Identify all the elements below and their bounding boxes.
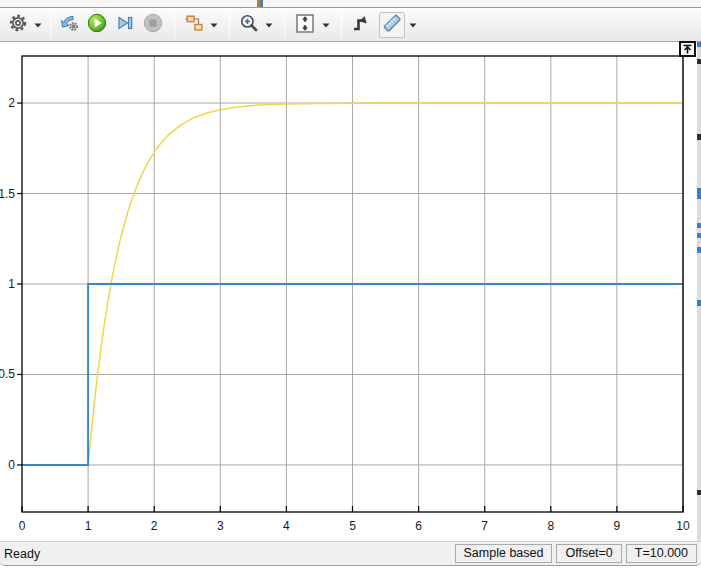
status-ready-text: Ready [0, 547, 455, 561]
toolbar-separator [341, 12, 342, 38]
chevron-down-icon [210, 23, 218, 28]
status-cell-sample-based: Sample based [455, 544, 553, 563]
trigger-button[interactable] [348, 12, 374, 38]
dock-arrow-up-icon [682, 44, 693, 55]
status-cell-offset: Offset=0 [556, 544, 621, 563]
signal-blocks-icon [184, 13, 205, 37]
settings-dropdown[interactable] [32, 12, 44, 38]
chevron-down-icon [322, 23, 330, 28]
chevron-down-icon [265, 23, 273, 28]
svg-text:2: 2 [8, 96, 15, 110]
svg-text:4: 4 [283, 519, 290, 533]
trigger-wave-icon [350, 13, 372, 37]
step-forward-icon [115, 13, 135, 37]
svg-text:0: 0 [19, 519, 26, 533]
svg-text:6: 6 [415, 519, 422, 533]
svg-text:9: 9 [614, 519, 621, 533]
stop-button[interactable] [141, 12, 165, 38]
run-play-icon [87, 13, 107, 37]
toolbar-separator [284, 12, 285, 38]
run-button[interactable] [85, 12, 109, 38]
gear-icon [8, 13, 28, 37]
svg-text:1.5: 1.5 [0, 187, 15, 201]
settings-button[interactable] [6, 12, 30, 38]
step-forward-button[interactable] [113, 12, 137, 38]
svg-text:8: 8 [547, 519, 554, 533]
dock-button[interactable] [679, 41, 696, 57]
svg-text:1: 1 [85, 519, 92, 533]
highlight-block-button[interactable] [57, 12, 81, 38]
zoom-dropdown[interactable] [263, 12, 275, 38]
svg-text:5: 5 [349, 519, 356, 533]
toolbar-separator [50, 12, 51, 38]
window-behind-right-sliver [697, 42, 701, 541]
svg-text:3: 3 [217, 519, 224, 533]
svg-text:0: 0 [8, 458, 15, 472]
scope-toolbar [0, 9, 701, 42]
ruler-icon [381, 13, 403, 37]
chevron-down-icon [34, 23, 42, 28]
fit-to-view-dropdown[interactable] [320, 12, 332, 38]
toolbar-separator [174, 12, 175, 38]
measurements-button[interactable] [379, 12, 405, 38]
scope-window: 01234567891000.511.52 Ready Sample based… [0, 0, 701, 571]
chevron-down-icon [409, 23, 417, 28]
svg-text:1: 1 [8, 277, 15, 291]
measurements-dropdown[interactable] [407, 12, 419, 38]
zoom-in-magnifier-icon [239, 13, 259, 37]
highlight-block-icon [59, 13, 80, 37]
toolbar-separator [229, 12, 230, 38]
status-cell-time: T=10.000 [626, 544, 697, 563]
zoom-button[interactable] [237, 12, 261, 38]
signal-selector-dropdown[interactable] [208, 12, 220, 38]
svg-text:2: 2 [151, 519, 158, 533]
fit-to-view-icon [294, 13, 316, 38]
fit-to-view-button[interactable] [292, 12, 318, 38]
svg-text:7: 7 [481, 519, 488, 533]
status-bar: Ready Sample based Offset=0 T=10.000 [0, 541, 701, 566]
scope-plot[interactable]: 01234567891000.511.52 [0, 0, 701, 571]
signal-selector-button[interactable] [182, 12, 206, 38]
svg-text:0.5: 0.5 [0, 367, 15, 381]
stop-icon [143, 13, 163, 37]
svg-text:10: 10 [676, 519, 690, 533]
